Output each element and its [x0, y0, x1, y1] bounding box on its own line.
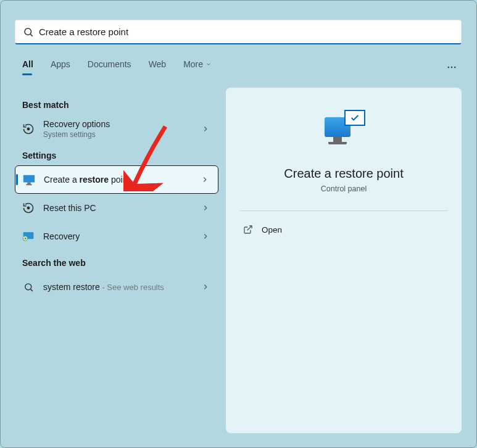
svg-point-4	[454, 67, 455, 68]
recovery-icon	[21, 229, 36, 244]
chevron-right-icon	[201, 175, 209, 184]
result-web-system-restore[interactable]: system restore - See web results	[15, 273, 218, 301]
svg-line-1	[30, 34, 32, 36]
search-icon	[21, 280, 36, 294]
checkmark-icon	[344, 110, 365, 126]
recovery-options-icon	[21, 122, 36, 136]
open-button[interactable]: Open	[239, 220, 448, 239]
tab-web[interactable]: Web	[149, 59, 167, 74]
svg-line-13	[30, 289, 32, 291]
svg-point-12	[25, 283, 31, 289]
chevron-down-icon	[205, 61, 212, 67]
result-title: system restore - See web results	[43, 282, 164, 292]
svg-point-2	[448, 67, 449, 68]
monitor-icon	[22, 172, 36, 187]
result-create-restore-point[interactable]: Create a restore point	[15, 165, 218, 194]
chevron-right-icon	[201, 283, 210, 291]
result-subtitle: System settings	[43, 130, 201, 139]
settings-heading: Settings	[22, 151, 218, 160]
chevron-right-icon	[201, 232, 210, 241]
svg-rect-7	[27, 183, 31, 185]
svg-line-14	[247, 226, 252, 230]
result-title: Recovery options	[43, 119, 201, 129]
svg-rect-8	[26, 184, 31, 185]
svg-point-0	[25, 28, 31, 35]
result-title: Reset this PC	[43, 203, 201, 213]
divider	[239, 210, 448, 211]
search-bar[interactable]	[15, 20, 462, 44]
preview-subtitle: Control panel	[239, 185, 448, 193]
tab-all[interactable]: All	[22, 59, 33, 74]
tab-documents[interactable]: Documents	[88, 59, 131, 74]
tab-apps[interactable]: Apps	[51, 59, 70, 74]
chevron-right-icon	[201, 125, 210, 133]
filter-tabs: All Apps Documents Web More	[22, 59, 212, 74]
svg-point-3	[451, 67, 452, 68]
preview-panel: Create a restore point Control panel Ope…	[226, 88, 462, 433]
preview-title: Create a restore point	[239, 167, 448, 181]
result-reset-this-pc[interactable]: Reset this PC	[15, 194, 218, 222]
preview-icon	[325, 111, 363, 149]
best-match-heading: Best match	[22, 100, 218, 110]
search-input[interactable]	[39, 27, 454, 37]
more-options-button[interactable]	[446, 62, 457, 75]
result-title: Create a restore point	[44, 175, 130, 185]
more-horizontal-icon	[446, 62, 457, 73]
chevron-right-icon	[201, 204, 210, 212]
result-recovery[interactable]: Recovery	[15, 222, 218, 251]
search-icon	[23, 27, 34, 38]
tab-more[interactable]: More	[183, 59, 212, 74]
svg-point-5	[27, 128, 29, 130]
web-heading: Search the web	[22, 258, 218, 268]
open-external-icon	[243, 225, 253, 234]
results-column: Best match Recovery options System setti…	[15, 93, 218, 301]
svg-rect-6	[23, 175, 35, 183]
open-label: Open	[262, 225, 282, 234]
result-recovery-options[interactable]: Recovery options System settings	[15, 115, 218, 143]
result-title: Recovery	[43, 231, 201, 241]
reset-icon	[21, 201, 36, 215]
svg-point-9	[27, 207, 29, 209]
